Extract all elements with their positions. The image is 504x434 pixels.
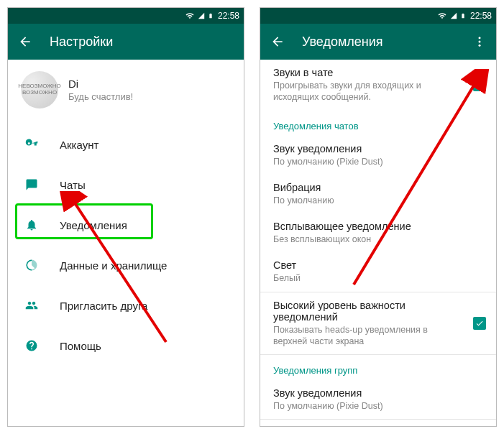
item-primary: Вибрация — [273, 182, 456, 193]
checkbox-checked[interactable] — [473, 317, 486, 330]
help-icon — [25, 339, 38, 352]
phone-settings: 22:58 Настройки НЕВОЗМОЖНО ВОЗМОЖНО Di Б… — [7, 7, 244, 427]
status-time: 22:58 — [470, 11, 492, 21]
notif-item-popup[interactable]: Всплывающее уведомление Без всплывающих … — [260, 213, 496, 252]
notif-item-vibration[interactable]: Вибрация По умолчанию — [260, 175, 496, 213]
battery-icon — [208, 11, 214, 21]
item-secondary: Проигрывать звуки для входящих и исходящ… — [273, 80, 462, 103]
item-primary: Свет — [273, 259, 456, 271]
battery-icon — [460, 11, 466, 21]
back-icon[interactable] — [18, 34, 32, 49]
item-primary: Звуки в чате — [273, 67, 462, 78]
signal-icon — [450, 11, 457, 20]
invite-icon — [25, 299, 38, 312]
item-primary: Звук уведомления — [273, 143, 456, 154]
settings-label: Помощь — [60, 340, 101, 352]
notif-item-light[interactable]: Свет Белый — [260, 252, 496, 291]
settings-item-data[interactable]: Данные и хранилище — [8, 245, 244, 285]
profile-header[interactable]: НЕВОЗМОЖНО ВОЗМОЖНО Di Будь счастлив! — [8, 60, 244, 124]
status-bar: 22:58 — [260, 8, 496, 24]
appbar-settings: Настройки — [8, 24, 244, 60]
back-icon[interactable] — [270, 34, 285, 49]
notif-item-group-sound[interactable]: Звук уведомления По умолчанию (Pixie Dus… — [260, 380, 496, 419]
status-time: 22:58 — [218, 11, 239, 21]
notif-item-high-priority[interactable]: Высокий уровень важности уведомлений Пок… — [260, 292, 496, 355]
item-primary: Высокий уровень важности уведомлений — [273, 300, 462, 323]
item-primary: Всплывающее уведомление — [273, 221, 456, 232]
section-chat-notifications: Уведомления чатов — [260, 111, 496, 136]
item-secondary: Белый — [273, 272, 456, 284]
bell-icon — [25, 218, 38, 231]
notif-item-group-vibration[interactable]: Вибрация По умолчанию — [260, 420, 496, 426]
settings-label: Пригласить друга — [60, 300, 147, 312]
settings-label: Чаты — [60, 179, 86, 191]
more-icon[interactable] — [473, 35, 486, 48]
appbar-notifications: Уведомления — [260, 24, 496, 60]
settings-item-account[interactable]: Аккаунт — [8, 124, 244, 165]
check-icon — [475, 319, 484, 328]
notif-item-sound[interactable]: Звук уведомления По умолчанию (Pixie Dus… — [260, 136, 496, 175]
item-secondary: Показывать heads-up уведомления в верхне… — [273, 324, 462, 348]
appbar-title: Настройки — [50, 34, 113, 50]
chat-icon — [25, 178, 38, 191]
signal-icon — [198, 11, 205, 20]
section-group-notifications: Уведомления групп — [260, 355, 496, 380]
settings-item-notifications[interactable]: Уведомления — [8, 205, 244, 245]
profile-name: Di — [68, 78, 133, 90]
settings-label: Аккаунт — [60, 139, 98, 151]
item-secondary: По умолчанию — [273, 195, 456, 206]
svg-point-1 — [479, 37, 481, 39]
notifications-list: Звуки в чате Проигрывать звуки для входя… — [260, 60, 496, 426]
check-icon — [475, 80, 484, 89]
status-bar: 22:58 — [8, 8, 244, 24]
avatar: НЕВОЗМОЖНО ВОЗМОЖНО — [21, 71, 58, 108]
settings-item-invite[interactable]: Пригласить друга — [8, 285, 244, 326]
notif-item-chat-sounds[interactable]: Звуки в чате Проигрывать звуки для входя… — [260, 60, 496, 111]
settings-item-help[interactable]: Помощь — [8, 326, 244, 366]
data-icon — [25, 259, 38, 272]
wifi-icon — [185, 11, 195, 20]
settings-list: Аккаунт Чаты Уведомления Данные и хранил… — [8, 124, 244, 366]
item-secondary: Без всплывающих окон — [273, 234, 456, 245]
svg-point-2 — [479, 41, 481, 43]
item-primary: Звук уведомления — [273, 387, 456, 399]
item-secondary: По умолчанию (Pixie Dust) — [273, 400, 456, 412]
settings-label: Уведомления — [60, 219, 127, 231]
item-secondary: По умолчанию (Pixie Dust) — [273, 156, 456, 167]
appbar-title: Уведомления — [302, 34, 383, 50]
checkbox-checked[interactable] — [473, 78, 486, 91]
profile-status: Будь счастлив! — [68, 91, 133, 102]
wifi-icon — [437, 11, 447, 20]
settings-item-chats[interactable]: Чаты — [8, 165, 244, 205]
key-icon — [25, 138, 38, 151]
phone-notifications: 22:58 Уведомления Звуки в чате Проигрыва… — [260, 7, 497, 427]
settings-label: Данные и хранилище — [60, 259, 167, 272]
svg-point-3 — [479, 45, 481, 47]
